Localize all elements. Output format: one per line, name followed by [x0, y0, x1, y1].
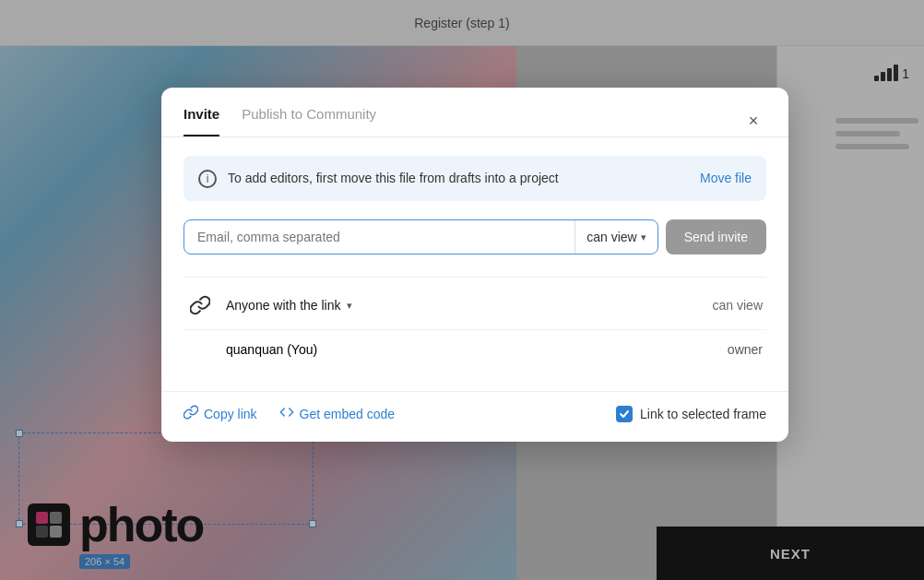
embed-code-label: Get embed code	[300, 407, 396, 421]
link-icon	[187, 292, 213, 318]
modal-close-button[interactable]: ×	[740, 109, 766, 135]
send-invite-button[interactable]: Send invite	[666, 219, 766, 254]
info-icon: i	[198, 170, 217, 188]
embed-code-icon	[279, 405, 294, 423]
footer-right: Link to selected frame	[616, 406, 766, 422]
permission-value: can view	[586, 230, 636, 244]
move-file-link[interactable]: Move file	[700, 169, 752, 188]
modal-body: i To add editors, first move this file f…	[161, 137, 788, 391]
owner-permission: owner	[728, 342, 763, 357]
copy-link-button[interactable]: Copy link	[184, 405, 257, 423]
copy-link-label: Copy link	[204, 407, 257, 421]
anyone-link-row: Anyone with the link ▾ can view	[184, 281, 766, 329]
dropdown-chevron-icon: ▾	[641, 231, 646, 243]
frame-link-label: Link to selected frame	[640, 407, 766, 421]
tab-invite[interactable]: Invite	[184, 106, 219, 136]
frame-link-checkbox[interactable]	[616, 406, 633, 422]
anyone-link-text: Anyone with the link	[226, 298, 341, 313]
anyone-link-chevron-icon: ▾	[347, 300, 352, 312]
permission-dropdown[interactable]: can view ▾	[575, 220, 657, 254]
modal-header: Invite Publish to Community ×	[161, 88, 788, 137]
info-banner-text: To add editors, first move this file fro…	[228, 169, 678, 188]
owner-row: quanquan (You) owner	[184, 329, 766, 369]
email-input[interactable]	[184, 220, 575, 254]
frame-link-checkbox-wrap[interactable]: Link to selected frame	[616, 406, 766, 422]
embed-code-button[interactable]: Get embed code	[279, 405, 396, 423]
owner-name: quanquan (You)	[226, 342, 317, 357]
modal-footer: Copy link Get embed code Link to selecte…	[161, 391, 788, 442]
email-input-wrap: can view ▾	[184, 219, 658, 254]
invite-modal: Invite Publish to Community × i To add e…	[161, 88, 788, 442]
info-banner: i To add editors, first move this file f…	[184, 156, 766, 201]
copy-link-icon	[184, 405, 198, 423]
anyone-link-label[interactable]: Anyone with the link ▾	[226, 298, 700, 313]
email-row: can view ▾ Send invite	[184, 219, 766, 254]
tab-publish[interactable]: Publish to Community	[242, 106, 376, 136]
anyone-link-permission: can view	[713, 298, 763, 313]
user-label: quanquan (You)	[226, 341, 715, 358]
share-rows: Anyone with the link ▾ can view quanquan…	[184, 277, 766, 369]
